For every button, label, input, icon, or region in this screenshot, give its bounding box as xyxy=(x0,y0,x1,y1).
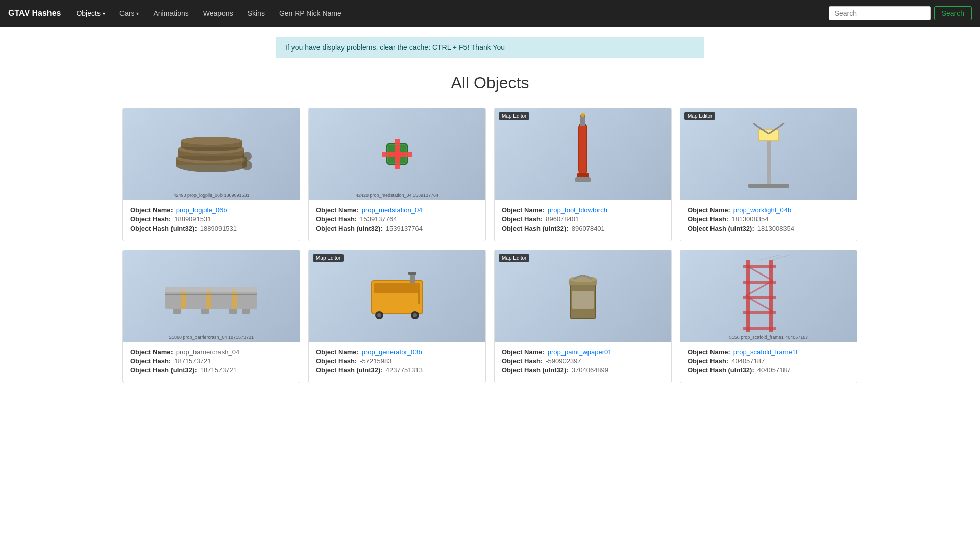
object-hash-label: Object Hash: xyxy=(502,357,543,365)
nav-cars[interactable]: Cars ▾ xyxy=(112,0,146,27)
info-hash-uint32-row: Object Hash (uInt32): 896078401 xyxy=(502,225,664,232)
svg-rect-37 xyxy=(232,291,237,309)
svg-rect-32 xyxy=(201,309,209,314)
object-image-logpile: 42493 prop_logpile_06b 1889091531 xyxy=(123,108,300,200)
svg-rect-22 xyxy=(575,177,591,182)
navbar: GTAV Hashes Objects ▾ Cars ▾ Animations … xyxy=(0,0,980,27)
info-hash-row: Object Hash: 1889091531 xyxy=(130,215,292,223)
object-name-value: prop_scafold_frame1f xyxy=(733,348,798,356)
info-hash-row: Object Hash: 1871573721 xyxy=(130,357,292,365)
object-image-barriercrash: 51868 prop_barriercrash_04 1871573721 xyxy=(123,250,300,342)
info-name-row: Object Name: prop_scafold_frame1f xyxy=(688,348,850,356)
object-image-paint: Map Editor xyxy=(495,250,671,342)
info-hash-row: Object Hash: 1813008354 xyxy=(688,215,850,223)
object-name-value: prop_tool_blowtorch xyxy=(548,206,607,214)
object-card-paint[interactable]: Map Editor Object Name: prop_paint_wpape… xyxy=(494,250,672,383)
main-content: If you have display problems, clear the … xyxy=(0,27,980,404)
image-label: 42493 prop_logpile_06b 1889091531 xyxy=(173,193,249,198)
svg-line-64 xyxy=(758,255,779,260)
object-hash-value: 1539137764 xyxy=(360,215,397,223)
object-name-value: prop_generator_03b xyxy=(362,348,422,356)
object-name-label: Object Name: xyxy=(502,348,545,356)
nav-weapons[interactable]: Weapons xyxy=(196,0,240,27)
svg-rect-16 xyxy=(579,123,587,175)
object-hash-uint32-value: 3704064899 xyxy=(572,366,608,374)
object-hash-label: Object Hash: xyxy=(688,215,728,223)
object-name-value: prop_logpile_06b xyxy=(176,206,227,214)
info-name-row: Object Name: prop_medstation_04 xyxy=(316,206,478,214)
info-hash-uint32-row: Object Hash (uInt32): 1871573721 xyxy=(130,366,292,374)
object-hash-value: 1813008354 xyxy=(731,215,768,223)
object-card-logpile[interactable]: 42493 prop_logpile_06b 1889091531 Object… xyxy=(122,108,300,241)
object-image-blowtorch: Map Editor xyxy=(495,108,671,200)
image-label: 5156 prop_scafold_frame1 404057187 xyxy=(729,335,808,340)
svg-rect-31 xyxy=(173,309,181,314)
object-name-label: Object Name: xyxy=(316,206,359,214)
object-hash-uint32-label: Object Hash (uInt32): xyxy=(688,366,754,374)
object-info-barriercrash: Object Name: prop_barriercrash_04 Object… xyxy=(123,342,300,383)
map-editor-badge: Map Editor xyxy=(684,112,715,120)
svg-rect-35 xyxy=(181,291,186,309)
svg-point-8 xyxy=(181,137,242,145)
info-hash-uint32-row: Object Hash (uInt32): 4237751313 xyxy=(316,366,478,374)
object-card-scaffold[interactable]: 5156 prop_scafold_frame1 404057187 Objec… xyxy=(680,250,857,383)
info-name-row: Object Name: prop_barriercrash_04 xyxy=(130,348,292,356)
nav-animations[interactable]: Animations xyxy=(146,0,195,27)
object-card-medstation[interactable]: 42428 prop_medstation_04 1539137764 Obje… xyxy=(308,108,486,241)
search-area: Search xyxy=(829,6,972,20)
image-label: 42428 prop_medstation_04 1539137764 xyxy=(356,193,438,198)
object-hash-uint32-value: 4237751313 xyxy=(386,366,423,374)
object-hash-label: Object Hash: xyxy=(130,215,171,223)
object-info-worklight: Object Name: prop_worklight_04b Object H… xyxy=(680,200,857,241)
info-hash-uint32-row: Object Hash (uInt32): 3704064899 xyxy=(502,366,664,374)
info-name-row: Object Name: prop_tool_blowtorch xyxy=(502,206,664,214)
image-label: 51868 prop_barriercrash_04 1871573721 xyxy=(169,335,254,340)
svg-rect-25 xyxy=(760,130,778,140)
object-info-scaffold: Object Name: prop_scafold_frame1f Object… xyxy=(680,342,857,383)
object-info-generator: Object Name: prop_generator_03b Object H… xyxy=(309,342,485,383)
object-info-medstation: Object Name: prop_medstation_04 Object H… xyxy=(309,200,485,241)
object-card-blowtorch[interactable]: Map Editor Object Name: prop_tool_blowto… xyxy=(494,108,672,241)
object-hash-uint32-label: Object Hash (uInt32): xyxy=(502,366,569,374)
brand-logo[interactable]: GTAV Hashes xyxy=(8,9,61,18)
object-hash-uint32-value: 1889091531 xyxy=(200,225,237,232)
object-hash-uint32-value: 896078401 xyxy=(572,225,605,232)
svg-rect-34 xyxy=(242,309,250,314)
svg-point-52 xyxy=(569,276,597,282)
object-card-worklight[interactable]: Map Editor Object Name: prop_worklight_0… xyxy=(680,108,857,241)
object-image-worklight: Map Editor xyxy=(680,108,857,200)
objects-grid: 42493 prop_logpile_06b 1889091531 Object… xyxy=(122,108,857,383)
info-hash-uint32-row: Object Hash (uInt32): 404057187 xyxy=(688,366,850,374)
search-button[interactable]: Search xyxy=(934,6,972,20)
object-hash-value: -57215983 xyxy=(360,357,391,365)
nav-objects[interactable]: Objects ▾ xyxy=(69,0,112,27)
info-hash-uint32-row: Object Hash (uInt32): 1539137764 xyxy=(316,225,478,232)
info-hash-row: Object Hash: -57215983 xyxy=(316,357,478,365)
nav-gen-rp[interactable]: Gen RP Nick Name xyxy=(272,0,349,27)
object-name-label: Object Name: xyxy=(316,348,359,356)
object-hash-value: 896078401 xyxy=(546,215,579,223)
svg-rect-48 xyxy=(418,288,420,304)
object-info-blowtorch: Object Name: prop_tool_blowtorch Object … xyxy=(495,200,671,241)
object-hash-uint32-label: Object Hash (uInt32): xyxy=(688,225,754,232)
svg-rect-14 xyxy=(382,152,412,157)
alert-banner: If you have display problems, clear the … xyxy=(276,37,704,58)
svg-rect-60 xyxy=(743,327,776,330)
map-editor-badge: Map Editor xyxy=(313,254,344,262)
object-hash-uint32-label: Object Hash (uInt32): xyxy=(316,366,383,374)
map-editor-badge: Map Editor xyxy=(499,254,529,262)
info-name-row: Object Name: prop_paint_wpaper01 xyxy=(502,348,664,356)
map-editor-badge: Map Editor xyxy=(499,112,529,120)
nav-skins[interactable]: Skins xyxy=(240,0,272,27)
chevron-down-icon: ▾ xyxy=(136,11,139,16)
svg-rect-28 xyxy=(748,184,789,188)
object-image-scaffold: 5156 prop_scafold_frame1 404057187 xyxy=(680,250,857,342)
object-name-value: prop_paint_wpaper01 xyxy=(548,348,612,356)
info-hash-row: Object Hash: 1539137764 xyxy=(316,215,478,223)
object-card-barriercrash[interactable]: 51868 prop_barriercrash_04 1871573721 Ob… xyxy=(122,250,300,383)
object-hash-label: Object Hash: xyxy=(130,357,171,365)
search-input[interactable] xyxy=(829,6,931,20)
object-hash-uint32-value: 1871573721 xyxy=(200,366,237,374)
object-card-generator[interactable]: Map Editor Object Name: prop_generator_0… xyxy=(308,250,486,383)
object-info-logpile: Object Name: prop_logpile_06b Object Has… xyxy=(123,200,300,241)
